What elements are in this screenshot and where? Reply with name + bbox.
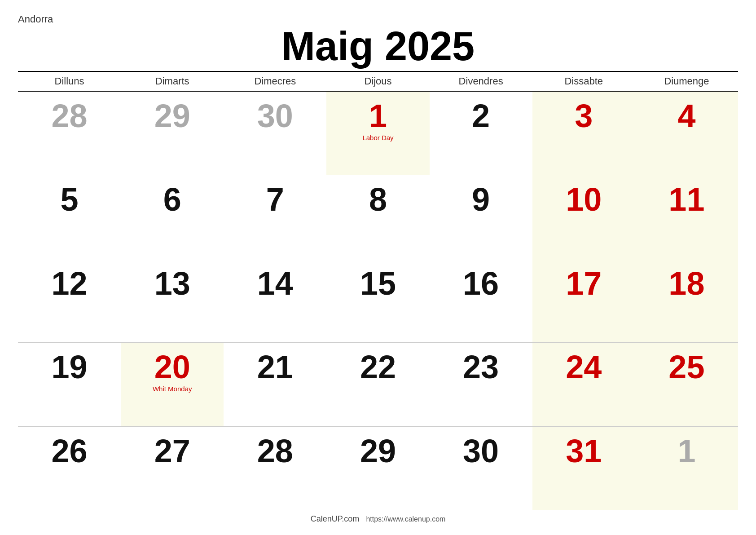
day-cell-1-6: 3 [532, 92, 635, 175]
week-row-1: 2829301Labor Day234 [18, 92, 738, 175]
day-number: 11 [668, 183, 704, 216]
day-number: 16 [463, 267, 499, 300]
day-number: 28 [257, 435, 293, 467]
day-number: 30 [463, 435, 499, 467]
day-cell-1-3: 30 [224, 92, 326, 175]
day-cell-5-4: 29 [326, 427, 429, 510]
week-row-5: 2627282930311 [18, 427, 738, 510]
day-cell-1-4: 1Labor Day [326, 92, 429, 175]
day-number: 2 [472, 100, 490, 132]
day-cell-5-6: 31 [532, 427, 635, 510]
day-header: Dissabte [532, 72, 635, 91]
calendar-grid: DillunsDimartsDimecresDijousDivendresDis… [18, 71, 738, 510]
day-cell-2-2: 6 [121, 175, 224, 258]
day-header: Dimarts [121, 72, 224, 91]
page-title: Maig 2025 [18, 26, 738, 66]
day-number: 26 [52, 435, 88, 467]
day-cell-3-5: 16 [430, 259, 532, 342]
day-number: 24 [566, 351, 602, 383]
day-cell-2-5: 9 [430, 175, 532, 258]
day-number: 15 [360, 267, 396, 300]
day-cell-4-2: 20Whit Monday [121, 343, 224, 426]
footer: CalenUP.com https://www.calenup.com [18, 510, 738, 526]
day-number: 31 [566, 435, 602, 467]
day-cell-4-5: 23 [430, 343, 532, 426]
holiday-label: Whit Monday [153, 385, 192, 393]
day-number: 7 [266, 183, 284, 216]
day-number: 10 [566, 183, 602, 216]
day-number: 12 [52, 267, 88, 300]
day-number: 23 [463, 351, 499, 383]
day-cell-4-3: 21 [224, 343, 326, 426]
day-header: Dimecres [224, 72, 326, 91]
day-cell-2-7: 11 [635, 175, 738, 258]
day-cell-5-2: 27 [121, 427, 224, 510]
calendar-page: Andorra Maig 2025 DillunsDimartsDimecres… [0, 0, 756, 535]
day-cell-5-7: 1 [635, 427, 738, 510]
day-cell-4-1: 19 [18, 343, 121, 426]
day-cell-5-3: 28 [224, 427, 326, 510]
day-number: 9 [472, 183, 490, 216]
day-cell-1-2: 29 [121, 92, 224, 175]
day-cell-3-4: 15 [326, 259, 429, 342]
day-number: 8 [369, 183, 387, 216]
day-number: 20 [154, 351, 190, 383]
week-row-3: 12131415161718 [18, 259, 738, 343]
day-cell-1-1: 28 [18, 92, 121, 175]
day-number: 1 [677, 435, 695, 467]
calendar-body: 2829301Labor Day234567891011121314151617… [18, 92, 738, 510]
day-number: 5 [61, 183, 79, 216]
footer-url: https://www.calenup.com [366, 515, 445, 523]
day-number: 19 [52, 351, 88, 383]
day-cell-2-4: 8 [326, 175, 429, 258]
day-cell-1-7: 4 [635, 92, 738, 175]
day-cell-3-2: 13 [121, 259, 224, 342]
day-number: 6 [163, 183, 181, 216]
day-number: 1 [369, 100, 387, 132]
week-row-4: 1920Whit Monday2122232425 [18, 343, 738, 426]
day-header: Dilluns [18, 72, 121, 91]
day-cell-3-3: 14 [224, 259, 326, 342]
day-cell-4-6: 24 [532, 343, 635, 426]
day-number: 4 [677, 100, 695, 132]
day-cell-2-1: 5 [18, 175, 121, 258]
day-number: 29 [360, 435, 396, 467]
day-headers-row: DillunsDimartsDimecresDijousDivendresDis… [18, 72, 738, 92]
day-number: 29 [154, 100, 190, 132]
day-number: 22 [360, 351, 396, 383]
day-number: 13 [154, 267, 190, 300]
day-cell-3-7: 18 [635, 259, 738, 342]
day-cell-5-1: 26 [18, 427, 121, 510]
holiday-label: Labor Day [362, 134, 393, 141]
day-number: 18 [668, 267, 704, 300]
day-header: Divendres [430, 72, 532, 91]
day-cell-2-3: 7 [224, 175, 326, 258]
day-cell-3-6: 17 [532, 259, 635, 342]
day-cell-3-1: 12 [18, 259, 121, 342]
day-header: Dijous [326, 72, 429, 91]
day-number: 17 [566, 267, 602, 300]
day-number: 27 [154, 435, 190, 467]
day-number: 25 [668, 351, 704, 383]
day-number: 30 [257, 100, 293, 132]
day-cell-5-5: 30 [430, 427, 532, 510]
day-number: 3 [575, 100, 593, 132]
day-header: Diumenge [635, 72, 738, 91]
week-row-2: 567891011 [18, 175, 738, 259]
day-number: 14 [257, 267, 293, 300]
day-cell-1-5: 2 [430, 92, 532, 175]
day-cell-4-7: 25 [635, 343, 738, 426]
day-cell-4-4: 22 [326, 343, 429, 426]
footer-brand: CalenUP.com [311, 514, 360, 523]
day-number: 28 [52, 100, 88, 132]
day-number: 21 [257, 351, 293, 383]
day-cell-2-6: 10 [532, 175, 635, 258]
